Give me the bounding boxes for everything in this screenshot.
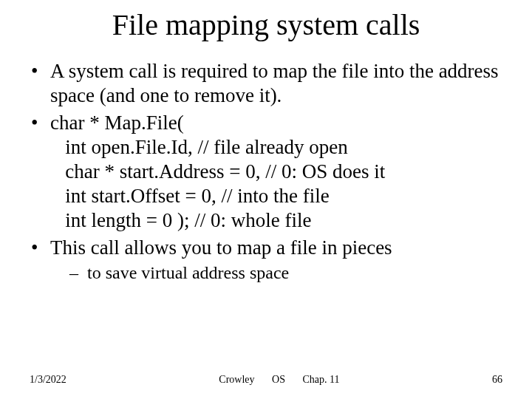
code-line: int length = 0 ); // 0: whole file — [50, 208, 506, 233]
bullet-item: This call allows you to map a file in pi… — [30, 236, 506, 284]
bullet-text: A system call is required to map the fil… — [50, 60, 499, 106]
footer-chapter: Chap. 11 — [302, 374, 339, 385]
code-line: int open.File.Id, // file already open — [50, 135, 506, 160]
bullet-item: A system call is required to map the fil… — [30, 59, 506, 108]
slide-body: A system call is required to map the fil… — [30, 59, 506, 287]
slide-title: File mapping system calls — [0, 7, 532, 42]
footer-date: 1/3/2022 — [30, 374, 66, 386]
footer-course: OS — [272, 374, 285, 385]
sub-bullet-list: to save virtual address space — [50, 262, 506, 284]
slide: File mapping system calls A system call … — [0, 0, 532, 399]
sub-bullet-text: to save virtual address space — [87, 263, 289, 282]
bullet-text: This call allows you to map a file in pi… — [50, 236, 392, 259]
footer-page-number: 66 — [492, 374, 502, 386]
sub-bullet-item: to save virtual address space — [50, 262, 506, 284]
code-line: char * Map.File( — [50, 111, 506, 135]
bullet-list: A system call is required to map the fil… — [30, 59, 506, 284]
code-block: char * Map.File( int open.File.Id, // fi… — [50, 111, 506, 233]
code-line: char * start.Address = 0, // 0: OS does … — [50, 160, 506, 184]
bullet-item: char * Map.File( int open.File.Id, // fi… — [30, 111, 506, 233]
footer-author: Crowley — [219, 374, 254, 385]
code-line: int start.Offset = 0, // into the file — [50, 184, 506, 208]
slide-footer: 1/3/2022 Crowley OS Chap. 11 66 — [30, 374, 502, 386]
footer-center: Crowley OS Chap. 11 — [66, 374, 492, 386]
